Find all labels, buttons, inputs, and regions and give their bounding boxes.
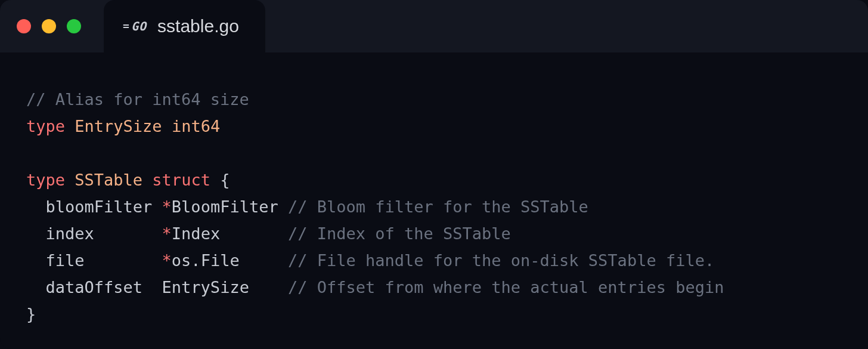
code-field: index bbox=[46, 224, 94, 243]
code-type-name: EntrySize bbox=[75, 117, 162, 135]
code-field: bloomFilter bbox=[46, 197, 153, 216]
go-icon: GO bbox=[123, 19, 147, 33]
code-keyword: struct bbox=[152, 171, 210, 189]
code-brace: } bbox=[26, 305, 36, 323]
code-area[interactable]: // Alias for int64 size type EntrySize i… bbox=[0, 52, 868, 328]
tab-filename: sstable.go bbox=[157, 16, 239, 36]
code-block: // Alias for int64 size type EntrySize i… bbox=[26, 86, 842, 328]
code-field: dataOffset bbox=[46, 278, 143, 297]
titlebar: GO sstable.go bbox=[0, 0, 868, 52]
code-field-type: EntrySize bbox=[162, 278, 249, 297]
minimize-icon[interactable] bbox=[42, 19, 56, 33]
code-comment: // Alias for int64 size bbox=[26, 90, 249, 109]
code-field-type: BloomFilter bbox=[172, 197, 278, 216]
code-comment: // Index of the SSTable bbox=[288, 224, 511, 243]
zoom-icon[interactable] bbox=[67, 19, 81, 33]
code-comment: // Offset from where the actual entries … bbox=[288, 278, 724, 297]
code-field-type: os.File bbox=[172, 251, 240, 270]
editor-window: GO sstable.go // Alias for int64 size ty… bbox=[0, 0, 868, 349]
code-pointer-star: * bbox=[162, 224, 172, 243]
tab-active[interactable]: GO sstable.go bbox=[104, 0, 265, 52]
code-comment: // Bloom filter for the SSTable bbox=[288, 197, 588, 216]
code-field: file bbox=[46, 251, 85, 270]
code-comment: // File handle for the on-disk SSTable f… bbox=[288, 251, 714, 270]
code-keyword: type bbox=[26, 171, 65, 189]
code-type-name: SSTable bbox=[75, 171, 142, 189]
code-pointer-star: * bbox=[162, 197, 172, 216]
code-keyword: type bbox=[26, 117, 65, 135]
traffic-lights bbox=[17, 19, 81, 33]
code-brace: { bbox=[220, 171, 230, 189]
close-icon[interactable] bbox=[17, 19, 31, 33]
code-field-type: Index bbox=[172, 224, 220, 243]
code-pointer-star: * bbox=[162, 251, 172, 270]
code-type-base: int64 bbox=[172, 117, 220, 135]
